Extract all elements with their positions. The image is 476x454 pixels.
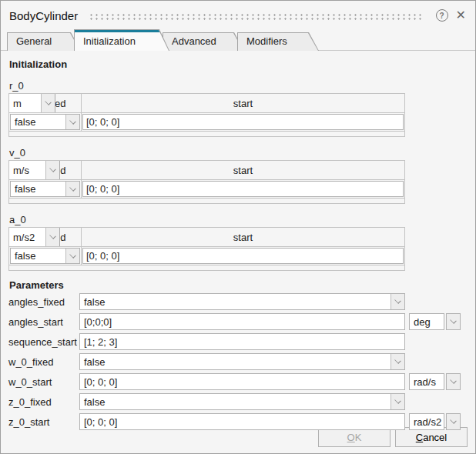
chevron-down-icon[interactable] (45, 161, 59, 179)
w_0_start-input[interactable] (79, 373, 405, 390)
chevron-down-icon[interactable] (391, 354, 404, 369)
param-row-angles_start: angles_start deg (8, 313, 468, 330)
chevron-down-icon[interactable] (446, 413, 461, 430)
param-label: angles_start (8, 316, 79, 328)
z_0_start-unit-combo[interactable]: rad/s2 (409, 413, 461, 430)
group-label-r_0: r_0 (9, 80, 468, 92)
angles_start-input[interactable] (79, 313, 405, 330)
r_0-table-scroll-area (9, 132, 404, 136)
close-icon[interactable]: ✕ (456, 9, 466, 22)
group-v_0: v_0 fixed m/s start false (8, 147, 468, 204)
group-r_0: r_0 fixed m start false (8, 80, 468, 137)
chevron-down-icon[interactable] (41, 94, 55, 112)
a_0-unit-combo[interactable]: m/s2 (9, 228, 60, 246)
param-row-angles_fixed: angles_fixed false (8, 293, 468, 310)
r_0-fixed-combo[interactable]: false (10, 114, 80, 130)
v_0-unit-combo[interactable]: m/s (9, 161, 60, 179)
v_0-table-header: fixed m/s start (9, 161, 404, 180)
chevron-down-icon[interactable] (65, 182, 79, 196)
chevron-down-icon[interactable] (446, 313, 461, 330)
r_0-start-input[interactable] (82, 114, 404, 130)
group-label-v_0: v_0 (9, 147, 468, 159)
param-label: z_0_start (8, 416, 79, 428)
chevron-down-icon[interactable] (65, 249, 79, 263)
r_0-table-row: false (9, 113, 404, 132)
param-label: sequence_start (8, 336, 79, 348)
a_0-start-input[interactable] (82, 248, 404, 264)
tab-initialization[interactable]: Initialization (74, 29, 169, 51)
tab-bar: General Initialization Advanced Modifier… (1, 28, 475, 51)
param-label: z_0_fixed (8, 396, 79, 408)
r_0-start-header: start (82, 94, 404, 112)
r_0-table-header: fixed m start (9, 94, 404, 113)
a_0-table-header: fixed m/s2 start (9, 228, 404, 247)
section-title-initialization: Initialization (9, 58, 468, 70)
tab-modifiers[interactable]: Modifiers (237, 32, 319, 51)
tab-advanced[interactable]: Advanced (163, 32, 244, 51)
help-icon[interactable]: ? (436, 9, 448, 22)
group-label-a_0: a_0 (9, 214, 468, 225)
tab-content-initialization: Initialization r_0 fixed m start (1, 50, 475, 453)
w_0_start-unit-combo[interactable]: rad/s (409, 373, 461, 390)
param-row-w_0_fixed: w_0_fixed false (8, 353, 468, 370)
chevron-down-icon[interactable] (45, 228, 59, 246)
v_0-table-row: false (9, 180, 404, 199)
param-label: w_0_fixed (8, 356, 79, 368)
r_0-unit-combo[interactable]: m (9, 94, 55, 112)
v_0-table: fixed m/s start false (8, 160, 405, 204)
chevron-down-icon[interactable] (65, 115, 79, 129)
tab-general[interactable]: General (7, 32, 81, 51)
chevron-down-icon[interactable] (391, 394, 404, 409)
sequence_start-input[interactable] (79, 333, 405, 350)
param-row-w_0_start: w_0_start rad/s (8, 373, 468, 390)
chevron-down-icon[interactable] (391, 294, 404, 309)
a_0-table-row: false (9, 247, 404, 265)
a_0-fixed-combo[interactable]: false (10, 248, 80, 264)
v_0-table-scroll-area (9, 199, 404, 203)
w_0_fixed-combo[interactable]: false (79, 353, 405, 370)
angles_start-unit-combo[interactable]: deg (409, 313, 461, 330)
group-a_0: a_0 fixed m/s2 start false (8, 214, 468, 271)
section-title-parameters: Parameters (9, 279, 468, 291)
v_0-start-header: start (82, 161, 404, 179)
v_0-start-input[interactable] (82, 181, 404, 197)
param-row-z_0_start: z_0_start rad/s2 (8, 413, 468, 430)
drag-handle-icon[interactable] (89, 13, 423, 20)
body-cylinder-dialog: BodyCylinder ? ✕ General Initialization … (0, 0, 476, 454)
param-row-z_0_fixed: z_0_fixed false (8, 393, 468, 410)
param-row-sequence_start: sequence_start (8, 333, 468, 350)
param-label: w_0_start (8, 376, 79, 388)
param-label: angles_fixed (8, 296, 79, 308)
a_0-table: fixed m/s2 start false (8, 227, 405, 271)
angles_fixed-combo[interactable]: false (79, 293, 405, 310)
r_0-table: fixed m start false (8, 93, 405, 137)
z_0_fixed-combo[interactable]: false (79, 393, 405, 410)
chevron-down-icon[interactable] (446, 373, 461, 390)
dialog-title: BodyCylinder (9, 9, 78, 22)
a_0-table-scroll-area (9, 265, 404, 270)
a_0-start-header: start (82, 228, 404, 246)
z_0_start-input[interactable] (79, 413, 405, 430)
parameters-list: angles_fixed false angles_start deg sequ… (8, 293, 468, 430)
title-bar: BodyCylinder ? ✕ (1, 1, 475, 28)
v_0-fixed-combo[interactable]: false (10, 181, 80, 197)
